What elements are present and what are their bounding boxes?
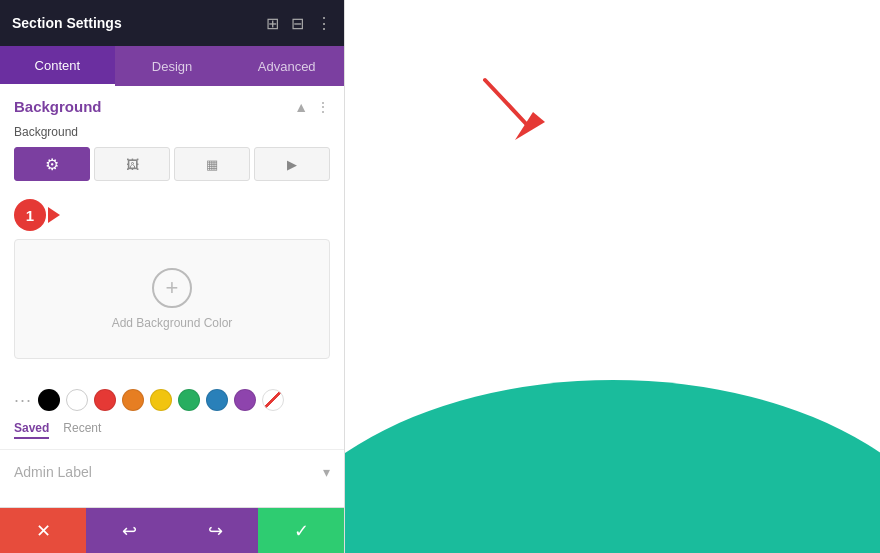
- bg-type-tabs: ⚙ 🖼 ▦ ▶: [14, 147, 330, 181]
- badge-arrow: [48, 207, 60, 223]
- background-field-label: Background: [14, 125, 330, 139]
- panel-header: Section Settings ⊞ ⊟ ⋮: [0, 0, 344, 46]
- cancel-icon: ✕: [36, 520, 51, 542]
- red-arrow: [475, 70, 555, 154]
- badge-number: 1: [14, 199, 46, 231]
- canvas-overlay: +: [345, 0, 880, 553]
- svg-line-3: [485, 80, 530, 128]
- swatch-green[interactable]: [178, 389, 200, 411]
- cancel-button[interactable]: ✕: [0, 508, 86, 553]
- gradient-icon: ▦: [206, 157, 218, 172]
- add-color-label: Add Background Color: [112, 316, 233, 330]
- swatch-orange[interactable]: [122, 389, 144, 411]
- section-controls: ▲ ⋮: [294, 99, 330, 115]
- undo-icon: ↩: [122, 520, 137, 542]
- saved-tab[interactable]: Saved: [14, 421, 49, 439]
- swatch-red[interactable]: [94, 389, 116, 411]
- redo-button[interactable]: ↪: [172, 508, 258, 553]
- bottom-bar: ✕ ↩ ↪ ✓: [0, 507, 344, 553]
- bg-type-color[interactable]: ⚙: [14, 147, 90, 181]
- tab-content[interactable]: Content: [0, 46, 115, 86]
- panel-icon-more[interactable]: ⋮: [316, 14, 332, 33]
- tab-design[interactable]: Design: [115, 46, 230, 86]
- add-color-button[interactable]: +: [152, 268, 192, 308]
- bg-type-gradient[interactable]: ▦: [174, 147, 250, 181]
- gear-icon: ⚙: [45, 155, 59, 174]
- settings-panel: Section Settings ⊞ ⊟ ⋮ Content Design Ad…: [0, 0, 345, 553]
- admin-label-text: Admin Label: [14, 464, 92, 480]
- plus-icon: +: [607, 10, 618, 31]
- swatch-yellow[interactable]: [150, 389, 172, 411]
- panel-header-icons: ⊞ ⊟ ⋮: [266, 14, 332, 33]
- swatch-strikethrough[interactable]: [262, 389, 284, 411]
- tab-advanced[interactable]: Advanced: [229, 46, 344, 86]
- section-collapse-icon[interactable]: ▲: [294, 99, 308, 115]
- admin-label-row[interactable]: Admin Label ▾: [0, 449, 344, 494]
- redo-icon: ↪: [208, 520, 223, 542]
- color-picker-area[interactable]: + Add Background Color: [14, 239, 330, 359]
- more-swatches-icon[interactable]: ···: [14, 390, 32, 411]
- admin-label-chevron: ▾: [323, 464, 330, 480]
- panel-icon-grid[interactable]: ⊞: [266, 14, 279, 33]
- panel-body: Background ▲ ⋮ Background ⚙ 🖼 ▦: [0, 86, 344, 507]
- confirm-icon: ✓: [294, 520, 309, 542]
- bg-type-video[interactable]: ▶: [254, 147, 330, 181]
- swatch-black[interactable]: [38, 389, 60, 411]
- background-section: Background ▲ ⋮ Background ⚙ 🖼 ▦: [0, 86, 344, 383]
- canvas-area: +: [345, 0, 880, 553]
- badge-container: 1: [14, 195, 330, 235]
- confirm-button[interactable]: ✓: [258, 508, 344, 553]
- tabs-bar: Content Design Advanced: [0, 46, 344, 86]
- swatches-row: ···: [0, 383, 344, 417]
- panel-icon-split[interactable]: ⊟: [291, 14, 304, 33]
- video-icon: ▶: [287, 157, 297, 172]
- undo-button[interactable]: ↩: [86, 508, 172, 553]
- bg-type-image[interactable]: 🖼: [94, 147, 170, 181]
- swatch-blue[interactable]: [206, 389, 228, 411]
- swatch-purple[interactable]: [234, 389, 256, 411]
- section-more-icon[interactable]: ⋮: [316, 99, 330, 115]
- panel-title: Section Settings: [12, 15, 122, 31]
- section-title: Background: [14, 98, 102, 115]
- swatch-white[interactable]: [66, 389, 88, 411]
- recent-tab[interactable]: Recent: [63, 421, 101, 439]
- image-icon: 🖼: [126, 157, 139, 172]
- canvas-svg: [345, 0, 880, 553]
- canvas-add-button[interactable]: +: [599, 6, 627, 34]
- saved-recent-tabs: Saved Recent: [0, 417, 344, 449]
- section-header: Background ▲ ⋮: [14, 98, 330, 115]
